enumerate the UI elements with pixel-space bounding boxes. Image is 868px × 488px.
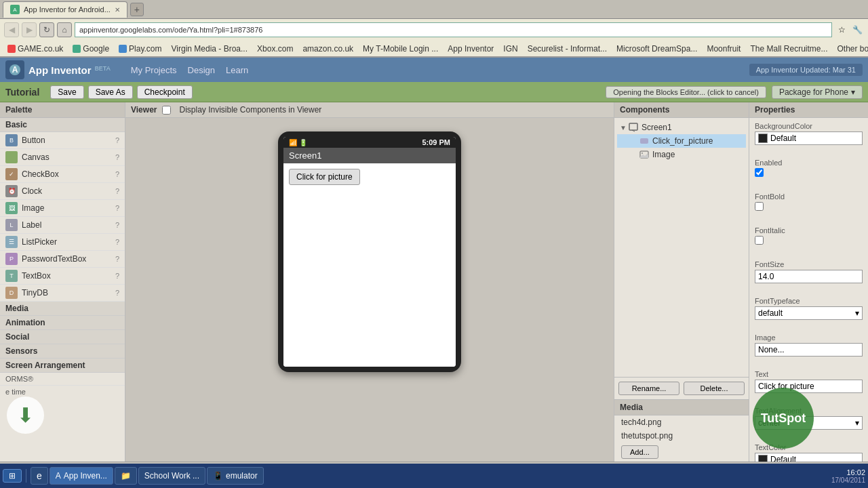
taskbar-time-display: 16:02 17/04/2011 bbox=[831, 468, 865, 484]
palette-item-canvas[interactable]: Canvas ? bbox=[0, 149, 125, 166]
bookmark-game[interactable]: GAME.co.uk bbox=[4, 43, 66, 55]
passwordtextbox-help-icon[interactable]: ? bbox=[115, 255, 119, 263]
bookmark-appinventor[interactable]: App Inventor bbox=[444, 43, 497, 55]
status-time: 5:09 PM bbox=[422, 138, 450, 146]
palette-item-button[interactable]: B Button ? bbox=[0, 132, 125, 149]
canvas-icon bbox=[5, 151, 18, 163]
forward-button[interactable]: ▶ bbox=[22, 22, 37, 37]
checkpoint-button[interactable]: Checkpoint bbox=[137, 85, 193, 99]
taskbar-folder[interactable]: 📁 bbox=[115, 467, 137, 485]
comp-click-for-picture[interactable]: Click_for_picture bbox=[617, 134, 746, 148]
media-item-tech4d[interactable]: tech4d.png bbox=[614, 415, 749, 429]
refresh-button[interactable]: ↻ bbox=[39, 22, 54, 37]
textcolor-selector[interactable]: Default bbox=[755, 453, 863, 462]
sensors-section: Sensors bbox=[0, 344, 125, 359]
rename-button[interactable]: Rename... bbox=[618, 382, 679, 395]
media-item-thetutspot[interactable]: thetutspot.png bbox=[614, 429, 749, 443]
palette-item-checkbox[interactable]: ✓ CheckBox ? bbox=[0, 166, 125, 183]
palette-item-passwordtextbox[interactable]: P PasswordTextBox ? bbox=[0, 251, 125, 268]
media-palette-section: Media bbox=[0, 302, 125, 316]
taskbar-appinventor[interactable]: A App Inven... bbox=[50, 467, 113, 485]
taskbar-school-work[interactable]: School Work ... bbox=[138, 467, 205, 485]
button-help-icon[interactable]: ? bbox=[115, 136, 119, 144]
enabled-checkbox[interactable] bbox=[755, 168, 764, 177]
bookmark-mall[interactable]: The Mall Recruitme... bbox=[747, 43, 831, 55]
svg-rect-4 bbox=[640, 138, 648, 144]
bookmark-other[interactable]: Other bookmarks bbox=[833, 43, 868, 55]
textbox-help-icon[interactable]: ? bbox=[115, 272, 119, 280]
active-tab[interactable]: A App Inventor for Android... ✕ bbox=[3, 1, 127, 18]
app-logo-text: App Inventor BETA bbox=[28, 64, 111, 76]
prop-fontsize: FontSize bbox=[749, 256, 868, 293]
windows-logo-icon: ⊞ bbox=[9, 471, 16, 481]
media-add-button[interactable]: Add... bbox=[621, 445, 658, 459]
nav-learn[interactable]: Learn bbox=[226, 65, 248, 75]
tab-favicon: A bbox=[10, 5, 20, 14]
save-button[interactable]: Save bbox=[50, 85, 83, 99]
bookmark-moonfruit[interactable]: Moonfruit bbox=[703, 43, 744, 55]
social-section: Social bbox=[0, 330, 125, 344]
bookmark-play[interactable]: Play.com bbox=[115, 43, 165, 55]
back-button[interactable]: ◀ bbox=[4, 22, 19, 37]
animation-section: Animation bbox=[0, 316, 125, 330]
app-toolbar: Tutorial Save Save As Checkpoint Opening… bbox=[0, 82, 868, 102]
start-button[interactable]: ⊞ bbox=[3, 469, 22, 483]
image-input[interactable] bbox=[755, 343, 863, 357]
background-color-box bbox=[758, 134, 768, 143]
bookmark-virgin[interactable]: Virgin Media - Broa... bbox=[168, 43, 252, 55]
tutspot-overlay: TutSpot bbox=[753, 388, 814, 449]
new-tab-button[interactable]: + bbox=[130, 3, 144, 16]
tinydb-help-icon[interactable]: ? bbox=[115, 289, 119, 297]
image-help-icon[interactable]: ? bbox=[115, 204, 119, 212]
background-color-selector[interactable]: Default bbox=[755, 131, 863, 145]
palette-item-clock[interactable]: ⏰ Clock ? bbox=[0, 183, 125, 200]
bookmark-google[interactable]: Google bbox=[69, 43, 113, 55]
tutorial-title: Tutorial bbox=[5, 87, 39, 98]
checkbox-help-icon[interactable]: ? bbox=[115, 170, 119, 178]
blocks-editor-button[interactable]: Opening the Blocks Editor... (click to c… bbox=[606, 86, 766, 98]
palette-item-image[interactable]: 🖼 Image ? bbox=[0, 200, 125, 217]
comp-screen1[interactable]: ▼ Screen1 bbox=[617, 121, 746, 134]
address-input[interactable] bbox=[75, 22, 832, 37]
package-phone-button[interactable]: Package for Phone ▾ bbox=[772, 85, 863, 99]
label-icon: L bbox=[5, 219, 18, 231]
canvas-help-icon[interactable]: ? bbox=[115, 153, 119, 161]
label-help-icon[interactable]: ? bbox=[115, 221, 119, 229]
fonttypeface-dropdown[interactable]: default ▾ bbox=[755, 306, 863, 320]
star-icon[interactable]: ☆ bbox=[835, 23, 848, 37]
fontsize-input[interactable] bbox=[755, 270, 863, 283]
comp-image[interactable]: Image bbox=[617, 148, 746, 161]
textbox-icon: T bbox=[5, 270, 18, 282]
fontbold-checkbox[interactable] bbox=[755, 202, 764, 211]
nav-design[interactable]: Design bbox=[188, 65, 215, 75]
display-invisible-checkbox[interactable] bbox=[162, 106, 171, 115]
save-as-button[interactable]: Save As bbox=[88, 85, 133, 99]
phone-click-button[interactable]: Click for picture bbox=[289, 169, 360, 185]
palette-item-listpicker[interactable]: ☰ ListPicker ? bbox=[0, 234, 125, 251]
taskbar-ie-icon[interactable]: e bbox=[31, 467, 48, 485]
palette-item-textbox[interactable]: T TextBox ? bbox=[0, 268, 125, 285]
palette-item-tinydb[interactable]: D TinyDB ? bbox=[0, 285, 125, 302]
bookmark-tmobile[interactable]: My T-Mobile Login ... bbox=[359, 43, 441, 55]
app-layout: A App Inventor BETA My Projects Design L… bbox=[0, 58, 868, 488]
bookmark-securelist[interactable]: Securelist - Informat... bbox=[524, 43, 610, 55]
components-header: Components bbox=[614, 102, 749, 118]
nav-my-projects[interactable]: My Projects bbox=[131, 65, 177, 75]
fontitalic-checkbox[interactable] bbox=[755, 236, 764, 245]
orms-item[interactable]: ORMS® bbox=[0, 373, 125, 386]
delete-button[interactable]: Delete... bbox=[684, 382, 745, 395]
tab-close-icon[interactable]: ✕ bbox=[115, 6, 120, 14]
prop-fontbold: FontBold bbox=[749, 188, 868, 222]
clock-help-icon[interactable]: ? bbox=[115, 187, 119, 195]
palette-item-label[interactable]: L Label ? bbox=[0, 217, 125, 234]
taskbar-right: 16:02 17/04/2011 bbox=[831, 468, 865, 484]
wrench-icon[interactable]: 🔧 bbox=[850, 23, 864, 37]
taskbar-emulator[interactable]: 📱 emulator bbox=[207, 467, 264, 485]
listpicker-help-icon[interactable]: ? bbox=[115, 238, 119, 246]
home-button[interactable]: ⌂ bbox=[57, 22, 72, 37]
bookmark-microsoft[interactable]: Microsoft DreamSpa... bbox=[613, 43, 701, 55]
bookmark-amazon[interactable]: amazon.co.uk bbox=[299, 43, 357, 55]
bookmark-xbox[interactable]: Xbox.com bbox=[254, 43, 296, 55]
ie-icon: e bbox=[37, 470, 42, 481]
bookmark-ign[interactable]: IGN bbox=[500, 43, 521, 55]
